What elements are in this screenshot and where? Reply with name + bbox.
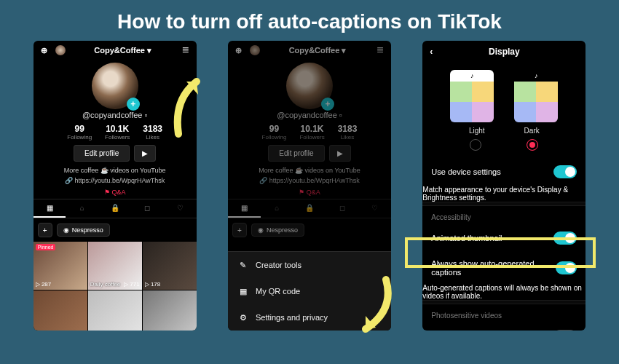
tab-locked[interactable]: ⌂ — [66, 199, 98, 218]
add-story-icon[interactable]: + — [127, 98, 140, 111]
qr-icon[interactable]: ▫ — [145, 111, 148, 119]
theme-light-card[interactable]: ♪ — [450, 70, 494, 122]
use-device-label: Use device settings — [431, 167, 500, 176]
add-user-icon[interactable]: ⊕ — [39, 45, 50, 55]
qa-icon: ⚑ — [104, 189, 110, 196]
radio-dark[interactable] — [527, 139, 538, 151]
screen-profile: ⊕ Copy&Coffee▾ ≡ + @copyandcoffee ▫ 99Fo… — [33, 41, 197, 331]
tutorial-title: How to turn off auto-captions on TikTok — [0, 0, 619, 41]
radio-light[interactable] — [470, 139, 481, 151]
page-title: Display — [444, 47, 564, 57]
section-accessibility: Accessibility — [422, 206, 586, 224]
profile-name[interactable]: Copy&Coffee — [94, 46, 145, 55]
tab-liked[interactable]: ♡ — [164, 199, 197, 218]
video-thumb[interactable]: Daily coffee▷ 771 — [88, 242, 142, 290]
gear-icon: ⚙ — [238, 312, 248, 323]
animated-thumb-toggle[interactable] — [553, 232, 577, 245]
video-thumb[interactable]: ▷ 178 — [143, 242, 197, 290]
video-thumb[interactable] — [88, 290, 142, 331]
stat-likes[interactable]: 3183Likes — [143, 124, 162, 141]
video-thumb[interactable] — [143, 290, 197, 331]
auto-captions-label: Always show auto-generated captions — [431, 259, 556, 277]
theme-dark-card[interactable]: ♪ — [514, 70, 558, 122]
tab-private[interactable]: 🔒 — [98, 199, 131, 218]
theme-dark-label: Dark — [524, 127, 540, 135]
bio-line1: More coffee ☕ videos on YouTube — [41, 166, 189, 176]
video-thumb[interactable] — [33, 290, 87, 331]
avatar-small-icon[interactable] — [55, 45, 66, 55]
bio-link[interactable]: 🔗 https://youtu.be/WpqrHAwThsk — [41, 176, 189, 186]
qr-code-icon: ▦ — [238, 286, 248, 296]
creator-tools-icon: ✎ — [238, 260, 248, 270]
stat-followers[interactable]: 10.1KFollowers — [105, 124, 130, 141]
profile-tabs: ▦ ⌂ 🔒 ◻ ♡ — [33, 199, 197, 218]
back-icon[interactable]: ‹ — [430, 47, 438, 57]
add-collection-button[interactable]: + — [38, 223, 52, 237]
youtube-button[interactable]: ▶ — [134, 145, 156, 162]
screen-display-settings: ‹ Display ♪ ♪ LightDark Use device setti… — [422, 41, 586, 331]
menu-creator-tools[interactable]: ✎Creator tools — [228, 252, 391, 278]
bottom-sheet: ✎Creator tools ▦My QR code ⚙Settings and… — [228, 251, 391, 331]
edit-profile-button[interactable]: Edit profile — [74, 145, 130, 162]
collection-chip[interactable]: ◉Nespresso — [57, 223, 110, 237]
use-device-sub: Match appearance to your device's Displa… — [422, 186, 586, 202]
qa-link[interactable]: Q&A — [111, 189, 125, 196]
theme-light-label: Light — [469, 127, 485, 135]
screen-menu: ⊕ Copy&Coffee▾ ≡ + @copyandcoffee ▫ 99Fo… — [228, 41, 391, 331]
avatar[interactable]: + — [92, 63, 138, 109]
hamburger-icon[interactable]: ≡ — [181, 45, 191, 55]
auto-captions-toggle[interactable] — [556, 261, 577, 274]
video-thumb[interactable]: Pinned▷ 287 — [33, 242, 87, 290]
animated-thumb-label: Animated thumbnail — [431, 234, 502, 242]
remove-ps-toggle[interactable] — [553, 330, 577, 331]
auto-captions-sub: Auto-generated captions will always be s… — [422, 284, 586, 300]
chevron-down-icon: ▾ — [147, 46, 151, 55]
video-grid: Pinned▷ 287 Daily coffee▷ 771 ▷ 178 — [33, 242, 197, 331]
use-device-toggle[interactable] — [553, 165, 577, 178]
menu-settings-privacy[interactable]: ⚙Settings and privacy — [228, 304, 391, 331]
menu-qr-code[interactable]: ▦My QR code — [228, 278, 391, 304]
handle: @copyandcoffee — [82, 111, 143, 119]
stat-following[interactable]: 99Following — [67, 124, 92, 141]
section-photosensitive: Photosensitive videos — [422, 304, 586, 323]
tab-saved[interactable]: ◻ — [131, 199, 164, 218]
tab-grid[interactable]: ▦ — [33, 199, 66, 218]
